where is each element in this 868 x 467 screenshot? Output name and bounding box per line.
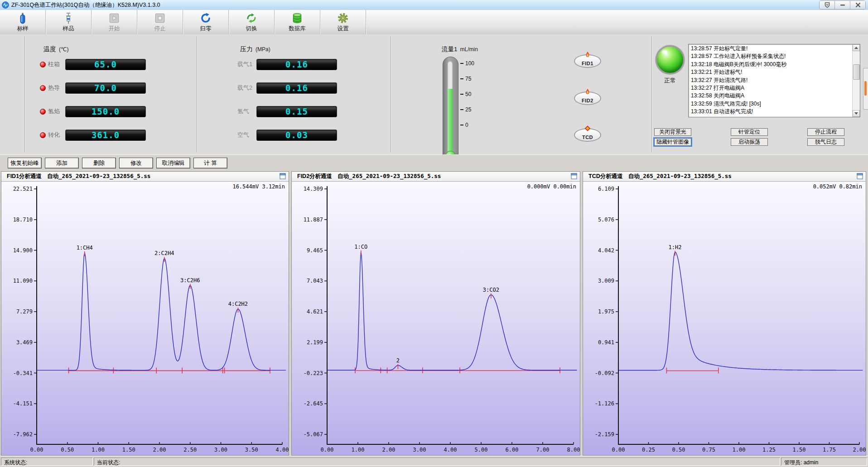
svg-text:0.50: 0.50: [61, 447, 74, 453]
toolbar-button-settings[interactable]: 设置: [320, 10, 366, 34]
edit-button[interactable]: 删除: [82, 158, 116, 169]
maximize-icon[interactable]: [571, 173, 577, 179]
chart-filename: 自动_265_2021-09-23_132856_5.ss: [628, 173, 732, 180]
gauge-label: 载气1: [237, 60, 256, 68]
svg-text:2:C2H4: 2:C2H4: [154, 250, 174, 256]
close-button[interactable]: [850, 1, 865, 9]
toolbar-button-zero[interactable]: 归零: [183, 10, 229, 34]
skin-button[interactable]: [820, 1, 835, 9]
gauge-value-display: 65.0: [65, 59, 146, 70]
toolbar-button-sample[interactable]: 样品: [46, 10, 92, 34]
flow-scale-tick: 25: [460, 106, 471, 113]
panel-button[interactable]: 停止流程: [807, 128, 844, 136]
panel-button[interactable]: 关闭背景光: [654, 128, 691, 136]
divider: [197, 36, 198, 153]
chart-title: FID1分析通道: [7, 173, 42, 180]
log-line: 13:32:58 关闭电磁阀A: [691, 92, 852, 100]
svg-text:4.621: 4.621: [307, 308, 323, 315]
toolbar-button-database[interactable]: 数据库: [275, 10, 320, 34]
svg-text:3.00: 3.00: [214, 447, 227, 453]
temperature-row: 转化 361.0: [40, 130, 146, 140]
svg-text:2.00: 2.00: [382, 447, 395, 453]
detector-indicator-fid2[interactable]: FID2: [574, 91, 601, 105]
divider: [651, 36, 652, 153]
svg-text:4.042: 4.042: [598, 247, 614, 254]
svg-text:6.109: 6.109: [598, 186, 614, 192]
chart-header: FID2分析通道 自动_265_2021-09-23_132856_5.ss: [292, 172, 580, 182]
detector-indicator-fid1[interactable]: FID1: [574, 54, 601, 68]
svg-text:3:CO2: 3:CO2: [483, 287, 499, 293]
svg-text:1.25: 1.25: [762, 447, 776, 453]
svg-text:1.00: 1.00: [92, 447, 105, 453]
edit-button[interactable]: 取消编辑: [156, 158, 190, 169]
chromatogram-plot[interactable]: 0.000mV 0.00min14.30911.8879.4657.0434.6…: [292, 182, 580, 455]
svg-text:0.25: 0.25: [642, 447, 655, 453]
svg-text:5.00: 5.00: [475, 447, 488, 453]
svg-text:-0.223: -0.223: [304, 370, 323, 376]
titlebar: ZF-301Q色谱工作站(301Q自动（绝缘油）K528.M)V3.1.3.0: [0, 0, 868, 10]
svg-text:4.00: 4.00: [444, 447, 457, 453]
svg-text:-0.092: -0.092: [595, 370, 614, 376]
svg-text:0.50: 0.50: [672, 447, 685, 453]
svg-text:-4.151: -4.151: [13, 400, 33, 407]
maximize-icon[interactable]: [280, 173, 286, 179]
gas-cylinder-icon: [17, 12, 29, 24]
edit-button[interactable]: 修改: [119, 158, 153, 169]
handle-grip: [864, 81, 867, 96]
chart-header: TCD分析通道 自动_265_2021-09-23_132856_5.ss: [583, 172, 866, 182]
chart-title: TCD分析通道: [588, 173, 623, 180]
svg-text:5.076: 5.076: [598, 217, 614, 223]
chromatogram-plot[interactable]: 0.052mV 0.82min6.1095.0764.0423.0091.975…: [583, 182, 866, 455]
toolbar-button-start[interactable]: 开始: [92, 10, 137, 34]
log-line: 13:33:01 自动进标气完成!: [691, 108, 852, 116]
svg-text:2: 2: [396, 357, 400, 364]
svg-text:1.975: 1.975: [598, 308, 614, 315]
divider: [24, 36, 25, 153]
gear-icon: [337, 12, 349, 24]
gauge-label: 空气: [237, 131, 256, 139]
chart-filename: 自动_265_2021-09-23_132856_5.ss: [338, 173, 441, 180]
scroll-up-icon[interactable]: [853, 44, 860, 51]
svg-text:-0.341: -0.341: [13, 370, 33, 376]
scrollbar-thumb[interactable]: [853, 64, 860, 80]
svg-text:7.00: 7.00: [536, 447, 550, 453]
panel-button[interactable]: 针管定位: [731, 128, 768, 136]
chromatogram-plot[interactable]: 16.544mV 3.12min22.52118.71014.90011.090…: [1, 182, 289, 455]
chromatogram-svg: 0.052mV 0.82min6.1095.0764.0423.0091.975…: [583, 182, 866, 455]
svg-text:0.000mV 0.00min: 0.000mV 0.00min: [527, 183, 576, 190]
minimize-button[interactable]: [835, 1, 850, 9]
toolbar-button-stop[interactable]: 停止: [137, 10, 183, 34]
svg-text:18.710: 18.710: [13, 217, 33, 223]
event-log: 13:28:57 开始标气定量!13:28:57 工作站进入标样预备采集状态!1…: [688, 44, 860, 117]
panel-button[interactable]: 隐藏针管图像: [654, 138, 691, 146]
toolbar-button-switch[interactable]: 切换: [229, 10, 275, 34]
edit-button[interactable]: 计 算: [193, 158, 227, 169]
maximize-icon[interactable]: [857, 173, 863, 179]
admin-cell: 管理员: admin: [781, 457, 867, 466]
edit-button[interactable]: 添加: [45, 158, 79, 169]
status-led-icon: [40, 62, 46, 67]
flow-thermometer-gauge: [443, 57, 458, 164]
pressure-section-title: 压力(MPa): [240, 45, 270, 53]
gauge-value-display: 0.16: [256, 82, 337, 94]
chart-panel: TCD分析通道 自动_265_2021-09-23_132856_5.ss 0.…: [583, 171, 866, 456]
svg-text:3.009: 3.009: [598, 278, 614, 284]
scroll-down-icon[interactable]: [853, 110, 860, 117]
gauge-value-display: 0.16: [256, 59, 337, 70]
side-panel-handle[interactable]: [863, 68, 868, 110]
panel-button[interactable]: 脱气日志: [807, 138, 844, 146]
log-scrollbar[interactable]: [852, 44, 860, 117]
chromatogram-svg: 16.544mV 3.12min22.52118.71014.90011.090…: [1, 182, 289, 455]
gauge-label: 氢气: [237, 107, 256, 116]
pressure-row: 载气1 0.16: [237, 59, 337, 70]
toolbar-button-standard[interactable]: 标样: [0, 10, 46, 34]
log-line: 13:32:27 开始清洗气路!: [691, 77, 852, 84]
svg-text:3:C2H6: 3:C2H6: [180, 277, 200, 284]
current-status-cell: 当前状态:: [94, 457, 780, 466]
edit-button[interactable]: 恢复初始峰: [8, 158, 42, 169]
svg-text:2.50: 2.50: [183, 447, 197, 453]
svg-text:11.887: 11.887: [304, 217, 323, 223]
panel-button[interactable]: 启动振荡: [731, 138, 768, 146]
log-line: 13:28:57 工作站进入标样预备采集状态!: [691, 53, 852, 60]
detector-indicator-tcd[interactable]: TCD: [574, 128, 601, 142]
